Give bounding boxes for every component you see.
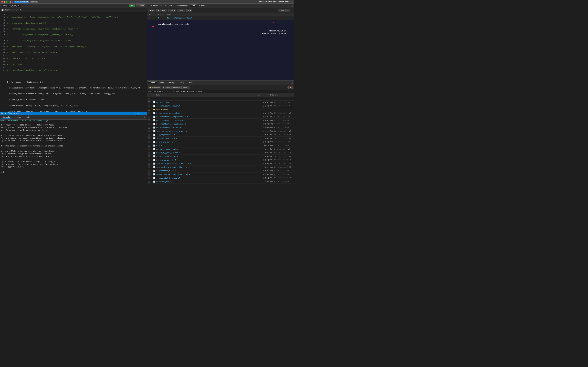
list-item[interactable]: 📄 month_by_year_crimes.R 1.2 KB Jul 23, … — [147, 151, 294, 155]
stage-checkbox[interactable] — [148, 17, 150, 19]
spell-icon[interactable]: ✓ — [23, 9, 24, 11]
tab-files[interactable]: Files — [148, 81, 157, 84]
new-folder-btn[interactable]: 📁 New Folder — [148, 86, 161, 89]
list-item[interactable]: 📄 matching_word_table.R 3 KB May 2, 2021… — [147, 148, 294, 151]
file-checkbox[interactable] — [148, 170, 150, 172]
save-icon[interactable]: 💾 — [1, 9, 4, 11]
file-name[interactable]: regressions_main.R — [156, 170, 257, 172]
file-name[interactable]: regression_placebo_robbery.R — [156, 166, 257, 168]
tab-git[interactable]: Git — [190, 4, 197, 7]
file-checkbox[interactable] — [148, 156, 150, 158]
file-name[interactable]: venn_diagram.R — [156, 181, 257, 183]
list-item[interactable]: 📄 heteroeffects_lengthclosure.R 9.5 KB A… — [147, 115, 294, 119]
script-type[interactable]: R Script ▾ — [136, 112, 145, 114]
file-name[interactable]: leave-one-out.R — [156, 141, 257, 143]
list-item[interactable]: 📄 triggerplot_bylength.R 3.5 KB Jul 23, … — [147, 176, 294, 180]
diff-btn[interactable]: ◈ Diff — [148, 9, 155, 12]
breadcrumb-project[interactable]: Fraternities and Sexual Assault — [164, 91, 194, 92]
file-checkbox[interactable] — [148, 116, 150, 118]
file-checkbox[interactable] — [148, 166, 150, 168]
breadcrumb-home[interactable]: Home — [148, 91, 152, 92]
file-name[interactable]: heteroeffects_lengthclosure.R — [156, 116, 257, 118]
file-checkbox[interactable] — [148, 174, 150, 175]
file-checkbox[interactable] — [148, 159, 150, 161]
rename-btn[interactable]: ✏ Rename — [172, 86, 182, 89]
list-item[interactable]: 📄 closure_distribution.R 1.1 KB Jul 23, … — [147, 104, 294, 108]
tab-tutorial[interactable]: Tutorial — [197, 5, 209, 7]
file-checkbox[interactable] — [148, 101, 150, 103]
file-name[interactable]: matching_word_table.R — [156, 148, 257, 150]
file-name[interactable]: closure_distribution.R — [156, 105, 257, 107]
list-item[interactable]: 📄 map.R 920 B Aug 2, 2021, 2:30 PM — [147, 144, 294, 148]
file-name[interactable]: robustness_poisson_regression.R — [156, 174, 257, 175]
addins-btn[interactable]: Addins ▾ — [30, 1, 38, 3]
path-icon[interactable]: 🔗 — [46, 120, 48, 122]
delete-btn[interactable]: 🗑 Delete — [162, 86, 171, 89]
list-item[interactable]: 📄 raw_count_graphs_by_university.R 2.3 K… — [147, 162, 294, 166]
file-tab[interactable]: barplot_byday.R — [1, 4, 21, 7]
git-refresh-btn[interactable]: ⟳ — [291, 9, 293, 12]
file-name[interactable]: heteroeffects_trigger_alc.R — [156, 119, 257, 121]
list-item[interactable]: 📄 pretrends_pseudo.R 4.6 KB Jul 23, 2021… — [147, 158, 294, 162]
list-item[interactable]: 📄 heteroeffects_uni_ifc.R 4.4 KB Aug 4, … — [147, 126, 294, 129]
file-name[interactable]: raw_count_graphs_by_university.R — [156, 163, 257, 165]
tab-viewer[interactable]: Viewer — [186, 82, 196, 84]
tab-environment[interactable]: Environment — [148, 5, 164, 7]
file-name[interactable]: pretrends_pseudo.R — [156, 159, 257, 161]
file-checkbox[interactable] — [148, 181, 150, 183]
file-name[interactable]: event_study_multiple.R — [156, 112, 257, 114]
push-btn[interactable]: ↑ Push — [177, 9, 185, 12]
code-lines[interactable]: # mutate(weekday = factor(weekday, level… — [6, 12, 147, 112]
list-item[interactable]: 📄 lag_regressions.R 11.9 KB Jul 30, 2021… — [147, 133, 294, 137]
tab-packages[interactable]: Packages — [166, 82, 178, 84]
more-git-btn[interactable]: ☁ ▾ — [186, 9, 192, 12]
tab-history[interactable]: History — [164, 5, 174, 7]
file-name[interactable]: .. — [156, 98, 257, 100]
run-btn[interactable]: Run — [129, 4, 135, 7]
file-checkbox[interactable] — [148, 127, 150, 129]
file-checkbox[interactable] — [148, 141, 150, 143]
file-name[interactable]: heteroeffects_uni_ifc.R — [156, 127, 257, 129]
list-item[interactable]: 📄 venn_diagram.R 1.7 KB Aug 6, 2021, 6:1… — [147, 180, 294, 184]
file-checkbox[interactable] — [148, 134, 150, 136]
file-name[interactable]: Depreciated — [156, 109, 257, 111]
console-close-btn[interactable]: ✕ — [144, 116, 145, 119]
file-checkbox[interactable] — [148, 137, 150, 139]
files-refresh-btn[interactable]: ⟳ — [286, 86, 288, 89]
file-name[interactable]: lag_regressions.R — [156, 134, 257, 136]
breadcrumb-figures[interactable]: Figures — [196, 91, 203, 92]
file-checkbox[interactable] — [148, 123, 150, 125]
file-checkbox[interactable] — [148, 148, 150, 150]
list-item[interactable]: 📄 regression_placebo_robbery.R 2.3 KB Au… — [147, 166, 294, 169]
file-name[interactable]: predict_moratorium.R — [156, 156, 257, 158]
git-maximize-btn[interactable]: □ — [291, 5, 293, 7]
list-item[interactable]: 📄 event_study_multiple.R 5.9 KB Jul 24, … — [147, 111, 294, 115]
list-item[interactable]: 📄 lag_regressions_iterations.R 14.2 KB J… — [147, 129, 294, 133]
tab-plots[interactable]: Plots — [157, 82, 166, 84]
file-checkbox[interactable] — [148, 109, 150, 111]
maximize-btn[interactable] — [6, 1, 8, 3]
files-maximize-btn[interactable]: □ — [291, 82, 293, 84]
source-btn[interactable]: ▾ Source — [136, 4, 145, 7]
minimize-btn[interactable] — [4, 1, 5, 3]
list-item[interactable]: 📄 robustness_poisson_regression.R 4.2 KB… — [147, 173, 294, 176]
file-name[interactable]: barplot_byday.R — [156, 101, 257, 103]
close-btn[interactable] — [1, 1, 3, 3]
file-name[interactable]: triggerplot_bylength.R — [156, 177, 257, 179]
file-checkbox[interactable] — [148, 152, 150, 154]
tab-terminal[interactable]: Terminal — [12, 116, 24, 119]
more-files-btn[interactable]: More ▾ — [182, 86, 190, 89]
file-name[interactable]: map.R — [156, 145, 257, 147]
branch-selector[interactable]: ⑂ master ▾ — [278, 9, 290, 12]
file-checkbox[interactable] — [148, 163, 150, 165]
goto-function-btn[interactable]: Go to file/function — [14, 1, 29, 3]
files-minimize-btn[interactable]: — — [288, 82, 291, 84]
tab-help[interactable]: Help — [179, 82, 186, 84]
commit-btn[interactable]: ✔ Commit — [156, 9, 167, 12]
file-name[interactable]: heteroeffects_trigger_sex.R — [156, 123, 257, 125]
tab-jobs[interactable]: Jobs — [25, 116, 32, 119]
file-checkbox[interactable] — [148, 98, 150, 100]
breadcrumb-desktop[interactable]: Desktop — [154, 91, 161, 92]
tab-connections[interactable]: Connections — [175, 5, 190, 7]
file-checkbox[interactable] — [148, 119, 150, 121]
